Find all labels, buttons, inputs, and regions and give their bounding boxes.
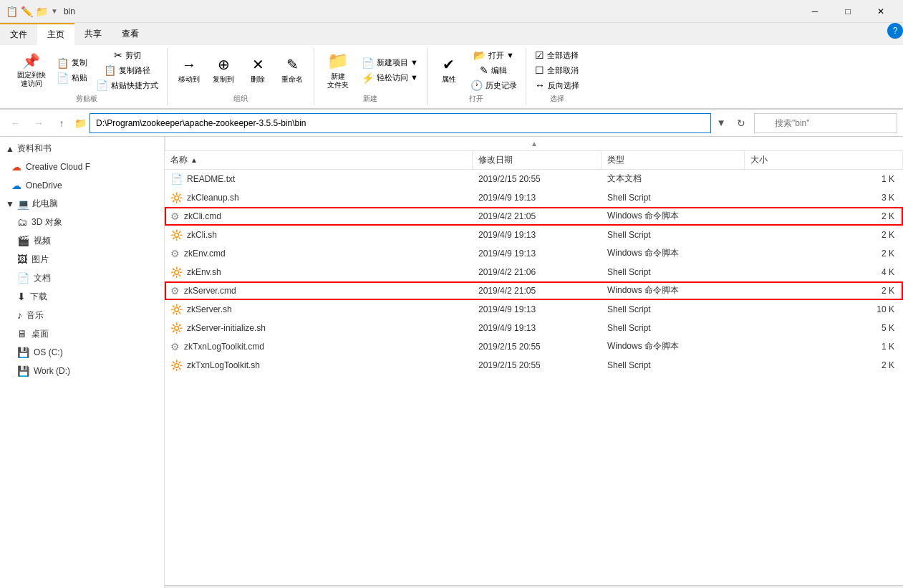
sidebar-item-3d[interactable]: 🗂 3D 对象 <box>0 213 164 231</box>
file-size: 4 K <box>745 266 903 279</box>
app-icon-1: 📋 <box>6 6 18 17</box>
dropdown-icon[interactable]: ▼ <box>51 7 58 15</box>
tab-file[interactable]: 文件 <box>0 23 37 45</box>
title-bar: 📋 ✏️ 📁 ▼ bin ─ □ ✕ <box>0 0 903 23</box>
back-button[interactable]: ← <box>6 113 26 133</box>
table-row[interactable]: 🔆 zkServer.sh 2019/4/9 19:13 Shell Scrip… <box>165 300 903 319</box>
ribbon-organize-items: → 移动到 ⊕ 复制到 ✕ 删除 ✎ 重命名 <box>173 48 308 92</box>
file-size: 2 K <box>745 247 903 260</box>
documents-label: 文档 <box>34 272 51 284</box>
file-name: zkCli.sh <box>187 230 217 240</box>
table-row[interactable]: ⚙ zkTxnLogToolkit.cmd 2019/2/15 20:55 Wi… <box>165 337 903 356</box>
forward-button[interactable]: → <box>29 113 49 133</box>
col-header-date[interactable]: 修改日期 <box>473 151 602 169</box>
table-row[interactable]: ⚙ zkCli.cmd 2019/4/2 21:05 Windows 命令脚本 … <box>165 207 903 226</box>
address-chevron[interactable]: ▼ <box>714 113 728 133</box>
table-row[interactable]: ⚙ zkEnv.cmd 2019/4/9 19:13 Windows 命令脚本 … <box>165 244 903 263</box>
table-row[interactable]: 🔆 zkServer-initialize.sh 2019/4/9 19:13 … <box>165 319 903 337</box>
file-icon: ⚙ <box>170 248 180 259</box>
sidebar: ▲ 资料和书 ☁ Creative Cloud F ☁ OneDrive ▼ 💻… <box>0 137 165 588</box>
sidebar-item-onedrive[interactable]: ☁ OneDrive <box>0 176 164 195</box>
sidebar-item-cc[interactable]: ☁ Creative Cloud F <box>0 158 164 176</box>
table-row[interactable]: 🔆 zkEnv.sh 2019/4/2 21:06 Shell Script 4… <box>165 263 903 281</box>
sidebar-item-d[interactable]: 💾 Work (D:) <box>0 362 164 380</box>
app-icon-2: ✏️ <box>21 6 33 17</box>
sidebar-item-c[interactable]: 💾 OS (C:) <box>0 343 164 362</box>
thispc-label: 此电脑 <box>32 198 58 210</box>
music-label: 音乐 <box>26 309 44 322</box>
paste-shortcut-icon: 📄 <box>96 79 108 91</box>
properties-button[interactable]: ✔ 属性 <box>433 53 465 87</box>
tab-share[interactable]: 共享 <box>74 23 112 45</box>
copy-to-button[interactable]: ⊕ 复制到 <box>208 53 239 87</box>
close-button[interactable]: ✕ <box>864 0 897 23</box>
sidebar-thispc-header[interactable]: ▼ 💻 此电脑 <box>0 195 164 213</box>
table-row[interactable]: 📄 README.txt 2019/2/15 20:55 文本文档 1 K <box>165 170 903 188</box>
col-header-type[interactable]: 类型 <box>602 151 745 169</box>
refresh-button[interactable]: ↻ <box>731 113 751 133</box>
address-input[interactable] <box>90 113 711 133</box>
c-drive-label: OS (C:) <box>34 347 63 357</box>
rename-button[interactable]: ✎ 重命名 <box>276 53 308 87</box>
move-to-button[interactable]: → 移动到 <box>173 54 205 87</box>
pin-button[interactable]: 📌 固定到快速访问 <box>11 49 51 91</box>
tab-home[interactable]: 主页 <box>37 23 74 45</box>
col-header-name[interactable]: 名称 ▲ <box>165 151 473 169</box>
file-date: 2019/4/2 21:05 <box>473 284 602 297</box>
up-button[interactable]: ↑ <box>52 113 72 133</box>
search-input[interactable] <box>754 113 897 133</box>
minimize-button[interactable]: ─ <box>798 0 831 23</box>
sidebar-item-pictures[interactable]: 🖼 图片 <box>0 250 164 269</box>
sidebar-item-desktop[interactable]: 🖥 桌面 <box>0 324 164 343</box>
open-button[interactable]: 📂 打开 ▼ <box>468 48 520 62</box>
new-folder-button[interactable]: 📁 新建文件夹 <box>320 48 356 92</box>
file-size: 2 K <box>745 228 903 241</box>
table-row[interactable]: 🔆 zkCli.sh 2019/4/9 19:13 Shell Script 2… <box>165 226 903 244</box>
paste-button[interactable]: 📄 粘贴 <box>54 71 90 85</box>
edit-button[interactable]: ✎ 编辑 <box>468 63 520 77</box>
table-row[interactable]: 🔆 zkTxnLogToolkit.sh 2019/2/15 20:55 She… <box>165 356 903 375</box>
video-icon: 🎬 <box>17 235 29 246</box>
col-header-size[interactable]: 大小 <box>745 151 903 169</box>
history-button[interactable]: 🕐 历史记录 <box>468 78 520 92</box>
copy-path-icon: 📋 <box>104 64 116 76</box>
d-drive-label: Work (D:) <box>34 366 70 376</box>
maximize-button[interactable]: □ <box>831 0 864 23</box>
edit-label: 编辑 <box>491 65 507 76</box>
file-date: 2019/4/2 21:05 <box>473 210 602 223</box>
sidebar-item-downloads[interactable]: ⬇ 下载 <box>0 287 164 306</box>
easy-access-button[interactable]: ⚡ 轻松访问 ▼ <box>359 71 421 85</box>
file-size: 10 K <box>745 303 903 316</box>
file-name: zkTxnLogToolkit.cmd <box>184 342 264 352</box>
new-folder-label: 新建文件夹 <box>327 72 349 90</box>
sidebar-item-documents[interactable]: 📄 文档 <box>0 269 164 287</box>
table-row[interactable]: ⚙ zkServer.cmd 2019/4/2 21:05 Windows 命令… <box>165 281 903 300</box>
select-all-button[interactable]: ☑ 全部选择 <box>532 48 582 62</box>
sidebar-item-video[interactable]: 🎬 视频 <box>0 231 164 250</box>
file-date: 2019/2/15 20:55 <box>473 173 602 185</box>
invert-select-button[interactable]: ↔ 反向选择 <box>532 78 582 92</box>
pin-icon: 📌 <box>22 52 40 69</box>
delete-button[interactable]: ✕ 删除 <box>242 53 274 87</box>
sidebar-item-music[interactable]: ♪ 音乐 <box>0 306 164 324</box>
file-type: Shell Script <box>602 322 745 334</box>
easy-access-label: 轻松访问 ▼ <box>377 72 418 83</box>
new-item-button[interactable]: 📄 新建项目 ▼ <box>359 56 421 70</box>
cut-button[interactable]: ✂ 剪切 <box>93 48 161 62</box>
collapse-bar[interactable]: ▲ <box>165 137 903 151</box>
file-name: zkServer-initialize.sh <box>187 323 266 333</box>
paste-shortcut-button[interactable]: 📄 粘贴快捷方式 <box>93 78 161 92</box>
file-name: zkEnv.sh <box>187 267 221 277</box>
deselect-all-button[interactable]: ☐ 全部取消 <box>532 63 582 77</box>
computer-icon: 💻 <box>17 198 29 210</box>
horizontal-scrollbar[interactable]: ◀ ▶ <box>165 585 903 588</box>
tab-view[interactable]: 查看 <box>112 23 149 45</box>
properties-label: 属性 <box>442 74 456 85</box>
sidebar-favorites-header[interactable]: ▲ 资料和书 <box>0 140 164 158</box>
copy-button[interactable]: 📋 复制 <box>54 56 90 70</box>
col-date-label: 修改日期 <box>478 154 513 166</box>
help-button[interactable]: ? <box>887 23 903 39</box>
table-row[interactable]: 🔆 zkCleanup.sh 2019/4/9 19:13 Shell Scri… <box>165 188 903 207</box>
copy-path-button[interactable]: 📋 复制路径 <box>93 63 161 77</box>
documents-icon: 📄 <box>17 272 29 284</box>
